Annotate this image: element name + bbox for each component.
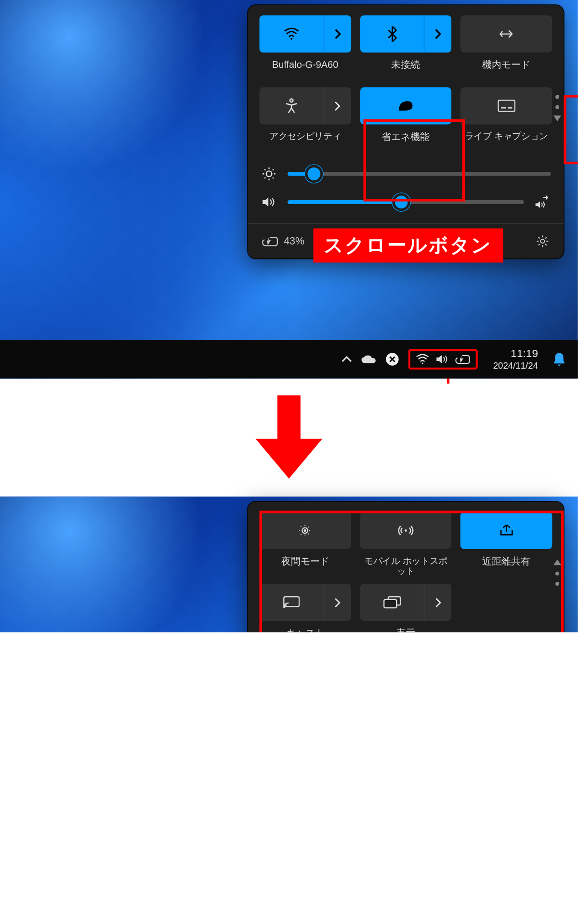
leaf-icon bbox=[397, 99, 415, 113]
hotspot-icon bbox=[397, 524, 414, 538]
cast-label: キャスト bbox=[286, 628, 325, 632]
svg-point-6 bbox=[421, 362, 423, 364]
svg-point-0 bbox=[290, 38, 292, 40]
desktop-top: Buffalo-G-9A60 未接続 bbox=[0, 0, 578, 378]
scroll-indicator-2[interactable] bbox=[553, 559, 561, 586]
audio-output-button[interactable] bbox=[534, 195, 551, 209]
project-icon bbox=[360, 584, 424, 621]
night-light-label: 夜間モード bbox=[281, 555, 329, 577]
notifications-button[interactable] bbox=[552, 351, 566, 367]
energy-saver-tile[interactable] bbox=[360, 87, 451, 124]
taskbar-clock[interactable]: 11:19 2024/11/24 bbox=[493, 348, 538, 371]
wifi-label: Buffalo-G-9A60 bbox=[272, 59, 338, 81]
scroll-indicator[interactable] bbox=[553, 95, 561, 121]
transition-arrow-down bbox=[0, 378, 578, 496]
accessibility-tile[interactable] bbox=[260, 87, 351, 124]
airplane-label: 機内モード bbox=[482, 59, 530, 81]
battery-tray-icon[interactable] bbox=[455, 353, 471, 365]
hotspot-tile[interactable] bbox=[360, 512, 451, 549]
brightness-slider-row bbox=[261, 167, 551, 181]
svg-point-4 bbox=[540, 239, 544, 243]
project-expand[interactable] bbox=[424, 584, 451, 621]
svg-point-9 bbox=[405, 529, 407, 532]
hotspot-label: モバイル ホットスポット bbox=[360, 555, 451, 577]
bluetooth-icon bbox=[360, 15, 424, 52]
airplane-mode-tile[interactable] bbox=[460, 15, 552, 52]
taskbar-date: 2024/11/24 bbox=[493, 360, 538, 371]
energy-saver-label: 省エネ機能 bbox=[381, 131, 430, 153]
svg-rect-2 bbox=[498, 100, 514, 111]
taskbar: 11:19 2024/11/24 bbox=[0, 340, 578, 378]
bluetooth-tile[interactable] bbox=[360, 15, 451, 52]
wifi-icon bbox=[260, 15, 324, 52]
tray-overflow-button[interactable] bbox=[342, 355, 352, 363]
svg-point-8 bbox=[304, 530, 306, 531]
accessibility-icon bbox=[260, 87, 324, 124]
volume-tray-icon[interactable] bbox=[436, 353, 449, 365]
wifi-expand[interactable] bbox=[323, 15, 351, 52]
onedrive-tray-icon[interactable] bbox=[361, 354, 376, 364]
nearby-share-tile[interactable] bbox=[460, 512, 552, 549]
airplane-icon bbox=[498, 27, 515, 41]
bluetooth-expand[interactable] bbox=[424, 15, 451, 52]
battery-text: 43% bbox=[284, 235, 304, 247]
project-tile[interactable] bbox=[360, 584, 451, 621]
quick-settings-panel: Buffalo-G-9A60 未接続 bbox=[248, 5, 564, 259]
svg-point-11 bbox=[284, 606, 285, 608]
brightness-icon bbox=[261, 167, 277, 181]
svg-point-3 bbox=[266, 171, 272, 177]
highlight-system-tray bbox=[408, 349, 478, 370]
close-tray-icon[interactable] bbox=[385, 352, 399, 366]
project-label: 表示 bbox=[396, 628, 415, 632]
quick-settings-panel-page2: 夜間モード モバイル ホットスポット 近距離共有 bbox=[248, 501, 564, 632]
volume-icon bbox=[261, 196, 277, 209]
annotation-scroll-label: スクロールボタン bbox=[314, 229, 503, 263]
svg-rect-13 bbox=[384, 600, 396, 608]
nearby-share-label: 近距離共有 bbox=[482, 555, 530, 577]
night-light-tile[interactable] bbox=[260, 512, 351, 549]
highlight-scroll-indicator bbox=[564, 95, 578, 164]
wifi-tray-icon[interactable] bbox=[415, 353, 429, 365]
night-light-icon bbox=[298, 523, 313, 538]
accessibility-expand[interactable] bbox=[323, 87, 351, 124]
live-caption-tile[interactable] bbox=[460, 87, 552, 124]
taskbar-time: 11:19 bbox=[493, 348, 538, 360]
svg-point-1 bbox=[290, 99, 293, 102]
wifi-tile[interactable] bbox=[260, 15, 351, 52]
caption-icon bbox=[498, 100, 515, 113]
brightness-slider[interactable] bbox=[288, 172, 551, 176]
cast-expand[interactable] bbox=[323, 584, 351, 621]
battery-icon bbox=[262, 235, 279, 247]
accessibility-label: アクセシビリティ bbox=[269, 131, 341, 153]
volume-slider[interactable] bbox=[288, 200, 524, 204]
live-caption-label: ライブ キャプション bbox=[465, 131, 548, 153]
share-icon bbox=[499, 524, 514, 538]
desktop-bottom: 夜間モード モバイル ホットスポット 近距離共有 bbox=[0, 497, 578, 632]
cast-tile[interactable] bbox=[260, 584, 351, 621]
volume-slider-row bbox=[261, 195, 551, 209]
settings-button[interactable] bbox=[536, 234, 550, 248]
bluetooth-label: 未接続 bbox=[391, 59, 420, 81]
cast-icon bbox=[260, 584, 324, 621]
